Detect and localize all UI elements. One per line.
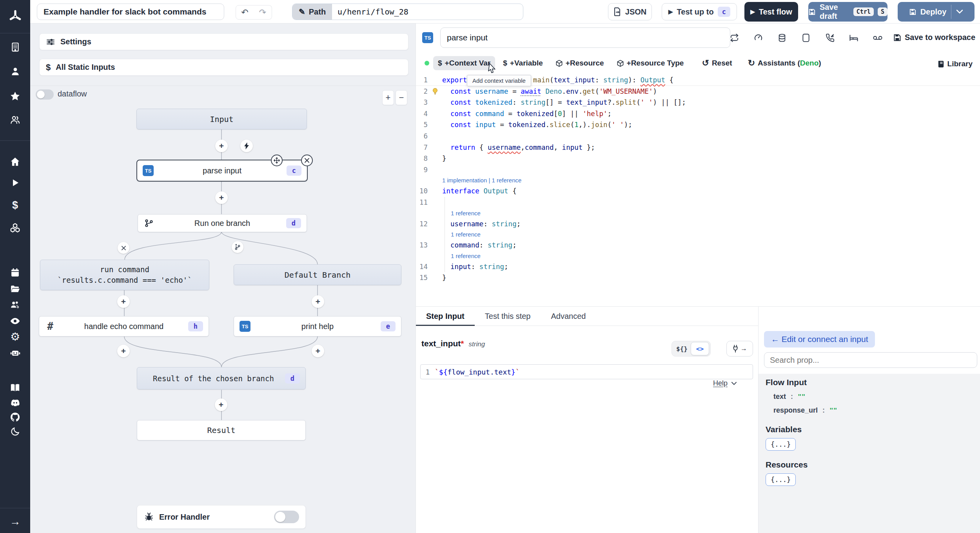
sidebar-item-runs[interactable] [0, 175, 30, 191]
add-step-button[interactable]: + [312, 295, 324, 308]
prop-row-text[interactable]: text : "" [773, 393, 973, 401]
sidebar-item-discord[interactable] [0, 395, 30, 411]
code-mode-button[interactable]: <> [691, 342, 709, 355]
close-icon [304, 158, 310, 163]
help-link[interactable]: Help [713, 379, 737, 387]
undo-button[interactable]: ↶ [236, 5, 254, 20]
expression-editor[interactable]: 1 `${flow_input.text}` [420, 364, 753, 379]
edit-or-connect-pill[interactable]: ← Edit or connect an input [764, 331, 875, 347]
flow-node-input[interactable]: Input [136, 109, 307, 129]
deploy-button[interactable]: Deploy [898, 2, 975, 22]
tab-test-this-step[interactable]: Test this step [475, 307, 541, 326]
typescript-badge: TS [143, 165, 154, 176]
flow-title-input[interactable] [37, 4, 224, 20]
variables-title: Variables [766, 425, 973, 434]
sidebar-item-groups[interactable] [0, 297, 30, 313]
resources-chip[interactable]: {...} [766, 473, 796, 486]
code-lines[interactable]: 1export async function main(text_input: … [416, 75, 980, 284]
gauge-icon[interactable] [753, 32, 764, 43]
database-icon[interactable] [777, 32, 788, 43]
library-button[interactable]: Library [933, 57, 977, 71]
test-flow-button[interactable]: ▶ Test flow [744, 2, 798, 22]
flow-node-default-branch[interactable]: Default Branch [234, 264, 401, 285]
sidebar-item-workspace[interactable] [0, 39, 30, 55]
redo-button[interactable]: ↷ [254, 5, 272, 20]
assistants-button[interactable]: ↻ Assistants (Deno) [743, 55, 826, 71]
sidebar-item-variables[interactable]: $ [0, 197, 30, 213]
test-up-to-button[interactable]: ▶ Test up to c [662, 3, 737, 20]
flow-canvas[interactable]: Settings $ All Static Inputs dataflow + … [30, 24, 416, 533]
sidebar-item-user[interactable] [0, 64, 30, 79]
input-expression[interactable]: `${flow_input.text}` [435, 368, 520, 376]
bed-icon[interactable] [848, 32, 859, 43]
save-to-workspace-button[interactable]: Save to workspace [893, 33, 975, 42]
git-branch-plus-icon [234, 244, 241, 251]
variables-chip[interactable]: {...} [766, 438, 796, 451]
tab-advanced[interactable]: Advanced [541, 307, 596, 326]
trigger-bolt-button[interactable] [240, 140, 253, 152]
add-step-button[interactable]: + [215, 191, 228, 204]
error-handler-toggle[interactable] [274, 511, 299, 523]
sidebar-item-home[interactable] [0, 154, 30, 169]
save-icon [893, 34, 901, 42]
home-icon [10, 156, 20, 167]
flow-node-result[interactable]: Result [137, 420, 306, 440]
flow-node-print-help[interactable]: TS print help e [234, 316, 401, 337]
add-step-button[interactable]: + [215, 398, 227, 411]
typescript-badge: TS [422, 32, 433, 43]
reset-button[interactable]: ↺ Reset [697, 55, 737, 71]
square-icon[interactable] [800, 32, 811, 43]
path-value[interactable]: u/henri/flow_28 [332, 4, 523, 20]
path-label: ✎ Path [292, 4, 332, 20]
sidebar-item-audit-logs[interactable] [0, 313, 30, 329]
sidebar-item-workers[interactable] [0, 345, 30, 361]
sidebar-item-members[interactable] [0, 112, 30, 127]
add-step-button[interactable]: + [312, 345, 324, 357]
add-resource-type-button[interactable]: +Resource Type [612, 56, 689, 70]
prop-search-input[interactable] [764, 352, 977, 368]
tab-step-input[interactable]: Step Input [416, 307, 475, 326]
delete-step-button[interactable] [301, 155, 313, 166]
json-button[interactable]: JSON [608, 3, 652, 20]
resources-title: Resources [766, 460, 973, 469]
sidebar-item-folders[interactable] [0, 281, 30, 297]
add-step-button[interactable]: + [117, 295, 130, 308]
flow-node-handle-echo-command[interactable]: # handle echo command h [39, 316, 209, 337]
sidebar-expand-button[interactable]: → [0, 514, 30, 529]
sidebar-divider [0, 508, 30, 508]
retry-icon[interactable] [729, 32, 740, 43]
sidebar-item-dark-mode[interactable] [0, 424, 30, 439]
prop-row-response-url[interactable]: response_url : "" [773, 406, 973, 415]
add-variable-button[interactable]: $+Variable [498, 56, 548, 70]
sidebar-item-docs[interactable] [0, 380, 30, 395]
static-mode-button[interactable]: ${} [673, 345, 691, 353]
move-step-button[interactable] [271, 155, 283, 166]
dollar-icon: $ [12, 199, 18, 211]
flow-node-chosen-branch-result[interactable]: Result of the chosen branch d [137, 367, 306, 389]
close-icon [121, 246, 126, 251]
building-icon [10, 42, 20, 52]
sidebar-item-schedules[interactable] [0, 264, 30, 280]
left-sidebar: $ ⚙ → [0, 0, 30, 533]
add-step-button[interactable]: + [117, 345, 130, 357]
windmill-logo[interactable] [0, 0, 30, 33]
add-branch-button[interactable] [232, 241, 243, 253]
sidebar-item-favorites[interactable] [0, 88, 30, 104]
field-type: string [469, 340, 485, 348]
path-field[interactable]: ✎ Path u/henri/flow_28 [292, 4, 523, 20]
remove-branch-button[interactable] [118, 242, 129, 254]
voicemail-icon[interactable] [872, 32, 883, 43]
phone-incoming-icon[interactable] [824, 32, 835, 43]
add-resource-button[interactable]: +Resource [551, 56, 609, 70]
sidebar-item-github[interactable] [0, 409, 30, 425]
error-handler-bar[interactable]: Error Handler [137, 505, 306, 529]
flow-node-run-one-branch[interactable]: Run one branch d [138, 214, 307, 232]
sidebar-item-settings[interactable]: ⚙ [0, 329, 30, 344]
sidebar-item-resources[interactable] [0, 220, 30, 235]
flow-node-run-command-branch[interactable]: run command `results.c.command === 'echo… [40, 260, 209, 290]
step-name-input[interactable] [440, 27, 730, 48]
chevron-down-icon[interactable] [956, 9, 963, 14]
add-step-button[interactable]: + [215, 140, 228, 152]
connect-input-button[interactable]: → [726, 341, 753, 357]
save-draft-button[interactable]: Save draft Ctrl S [808, 2, 887, 22]
